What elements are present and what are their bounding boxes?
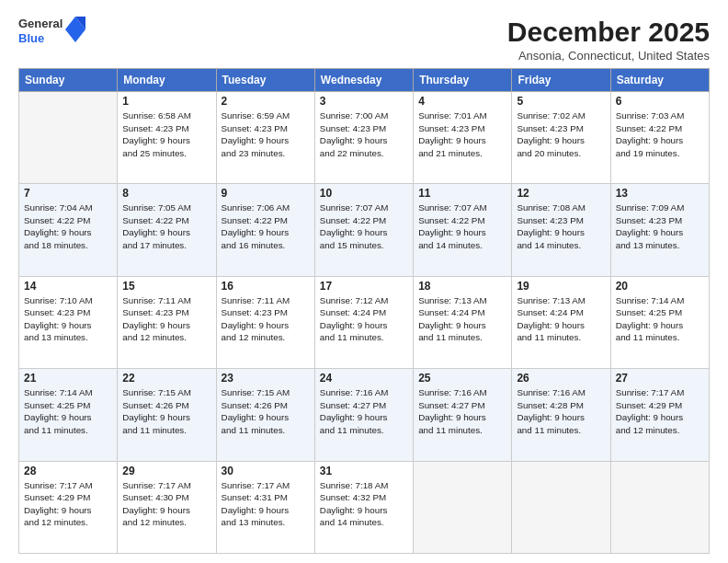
day-number: 6 (616, 95, 704, 108)
day-info: Sunrise: 7:14 AM Sunset: 4:25 PM Dayligh… (616, 294, 704, 344)
weekday-header-saturday: Saturday (610, 69, 709, 92)
day-info: Sunrise: 7:14 AM Sunset: 4:25 PM Dayligh… (24, 386, 112, 436)
day-number: 2 (222, 95, 310, 108)
day-number: 9 (222, 187, 310, 200)
calendar-cell: 26Sunrise: 7:16 AM Sunset: 4:28 PM Dayli… (512, 369, 610, 461)
calendar-cell: 15Sunrise: 7:11 AM Sunset: 4:23 PM Dayli… (118, 276, 216, 368)
day-info: Sunrise: 7:17 AM Sunset: 4:31 PM Dayligh… (222, 479, 310, 529)
calendar-cell (610, 461, 709, 553)
day-info: Sunrise: 7:06 AM Sunset: 4:22 PM Dayligh… (222, 201, 310, 251)
week-row-2: 7Sunrise: 7:04 AM Sunset: 4:22 PM Daylig… (19, 184, 710, 276)
day-number: 18 (418, 280, 506, 293)
day-info: Sunrise: 7:02 AM Sunset: 4:23 PM Dayligh… (517, 109, 605, 159)
week-row-5: 28Sunrise: 7:17 AM Sunset: 4:29 PM Dayli… (19, 461, 710, 553)
day-number: 10 (320, 187, 408, 200)
calendar: SundayMondayTuesdayWednesdayThursdayFrid… (18, 68, 710, 554)
day-info: Sunrise: 7:18 AM Sunset: 4:32 PM Dayligh… (320, 479, 408, 529)
day-number: 23 (222, 372, 310, 385)
calendar-cell: 19Sunrise: 7:13 AM Sunset: 4:24 PM Dayli… (512, 276, 610, 368)
day-number: 12 (517, 187, 605, 200)
day-info: Sunrise: 7:16 AM Sunset: 4:27 PM Dayligh… (418, 386, 506, 436)
calendar-cell: 28Sunrise: 7:17 AM Sunset: 4:29 PM Dayli… (19, 461, 118, 553)
day-number: 7 (24, 187, 112, 200)
day-number: 21 (24, 372, 112, 385)
calendar-cell: 11Sunrise: 7:07 AM Sunset: 4:22 PM Dayli… (414, 184, 512, 276)
week-row-3: 14Sunrise: 7:10 AM Sunset: 4:23 PM Dayli… (19, 276, 710, 368)
day-info: Sunrise: 7:17 AM Sunset: 4:29 PM Dayligh… (616, 386, 704, 436)
calendar-cell: 17Sunrise: 7:12 AM Sunset: 4:24 PM Dayli… (314, 276, 413, 368)
day-number: 26 (517, 372, 605, 385)
logo-icon (65, 17, 85, 42)
day-number: 28 (24, 465, 112, 477)
calendar-cell: 25Sunrise: 7:16 AM Sunset: 4:27 PM Dayli… (414, 369, 512, 461)
subtitle: Ansonia, Connecticut, United States (507, 49, 710, 63)
day-info: Sunrise: 7:11 AM Sunset: 4:23 PM Dayligh… (222, 294, 310, 344)
day-info: Sunrise: 7:16 AM Sunset: 4:28 PM Dayligh… (517, 386, 605, 436)
calendar-cell: 4Sunrise: 7:01 AM Sunset: 4:23 PM Daylig… (414, 92, 512, 184)
day-info: Sunrise: 7:12 AM Sunset: 4:24 PM Dayligh… (320, 294, 408, 344)
day-number: 31 (320, 465, 408, 477)
day-info: Sunrise: 7:01 AM Sunset: 4:23 PM Dayligh… (418, 109, 506, 159)
day-number: 1 (122, 95, 210, 108)
logo: General Blue (18, 17, 85, 45)
weekday-header-tuesday: Tuesday (216, 69, 314, 92)
day-info: Sunrise: 7:03 AM Sunset: 4:22 PM Dayligh… (616, 109, 704, 159)
week-row-4: 21Sunrise: 7:14 AM Sunset: 4:25 PM Dayli… (19, 369, 710, 461)
page: General Blue December 2025 Ansonia, Conn… (0, 0, 728, 563)
calendar-cell: 2Sunrise: 6:59 AM Sunset: 4:23 PM Daylig… (216, 92, 314, 184)
day-number: 11 (418, 187, 506, 200)
day-info: Sunrise: 6:58 AM Sunset: 4:23 PM Dayligh… (122, 109, 210, 159)
calendar-cell: 12Sunrise: 7:08 AM Sunset: 4:23 PM Dayli… (512, 184, 610, 276)
calendar-cell: 5Sunrise: 7:02 AM Sunset: 4:23 PM Daylig… (512, 92, 610, 184)
day-info: Sunrise: 7:11 AM Sunset: 4:23 PM Dayligh… (122, 294, 210, 344)
day-number: 17 (320, 280, 408, 293)
weekday-header-monday: Monday (118, 69, 216, 92)
calendar-cell (414, 461, 512, 553)
day-info: Sunrise: 7:15 AM Sunset: 4:26 PM Dayligh… (122, 386, 210, 436)
day-info: Sunrise: 7:07 AM Sunset: 4:22 PM Dayligh… (418, 201, 506, 251)
day-number: 25 (418, 372, 506, 385)
calendar-cell: 18Sunrise: 7:13 AM Sunset: 4:24 PM Dayli… (414, 276, 512, 368)
day-number: 19 (517, 280, 605, 293)
day-info: Sunrise: 7:09 AM Sunset: 4:23 PM Dayligh… (616, 201, 704, 251)
calendar-cell (19, 92, 118, 184)
main-title: December 2025 (507, 17, 710, 47)
weekday-header-wednesday: Wednesday (314, 69, 413, 92)
day-info: Sunrise: 7:13 AM Sunset: 4:24 PM Dayligh… (517, 294, 605, 344)
day-info: Sunrise: 7:04 AM Sunset: 4:22 PM Dayligh… (24, 201, 112, 251)
day-number: 20 (616, 280, 704, 293)
day-info: Sunrise: 7:08 AM Sunset: 4:23 PM Dayligh… (517, 201, 605, 251)
weekday-header-row: SundayMondayTuesdayWednesdayThursdayFrid… (19, 69, 710, 92)
day-info: Sunrise: 7:13 AM Sunset: 4:24 PM Dayligh… (418, 294, 506, 344)
calendar-cell: 27Sunrise: 7:17 AM Sunset: 4:29 PM Dayli… (610, 369, 709, 461)
calendar-cell (512, 461, 610, 553)
day-number: 24 (320, 372, 408, 385)
calendar-cell: 24Sunrise: 7:16 AM Sunset: 4:27 PM Dayli… (314, 369, 413, 461)
day-number: 30 (222, 465, 310, 477)
day-number: 14 (24, 280, 112, 293)
day-number: 27 (616, 372, 704, 385)
week-row-1: 1Sunrise: 6:58 AM Sunset: 4:23 PM Daylig… (19, 92, 710, 184)
day-number: 4 (418, 95, 506, 108)
day-info: Sunrise: 7:00 AM Sunset: 4:23 PM Dayligh… (320, 109, 408, 159)
day-number: 13 (616, 187, 704, 200)
day-info: Sunrise: 7:15 AM Sunset: 4:26 PM Dayligh… (222, 386, 310, 436)
day-number: 29 (122, 465, 210, 477)
day-number: 3 (320, 95, 408, 108)
day-number: 5 (517, 95, 605, 108)
calendar-cell: 14Sunrise: 7:10 AM Sunset: 4:23 PM Dayli… (19, 276, 118, 368)
calendar-cell: 22Sunrise: 7:15 AM Sunset: 4:26 PM Dayli… (118, 369, 216, 461)
day-info: Sunrise: 6:59 AM Sunset: 4:23 PM Dayligh… (222, 109, 310, 159)
title-block: December 2025 Ansonia, Connecticut, Unit… (507, 17, 710, 63)
day-number: 15 (122, 280, 210, 293)
weekday-header-friday: Friday (512, 69, 610, 92)
day-info: Sunrise: 7:16 AM Sunset: 4:27 PM Dayligh… (320, 386, 408, 436)
calendar-cell: 8Sunrise: 7:05 AM Sunset: 4:22 PM Daylig… (118, 184, 216, 276)
day-info: Sunrise: 7:17 AM Sunset: 4:30 PM Dayligh… (122, 479, 210, 529)
logo-text: General Blue (18, 17, 63, 45)
calendar-cell: 21Sunrise: 7:14 AM Sunset: 4:25 PM Dayli… (19, 369, 118, 461)
calendar-cell: 20Sunrise: 7:14 AM Sunset: 4:25 PM Dayli… (610, 276, 709, 368)
weekday-header-thursday: Thursday (414, 69, 512, 92)
calendar-cell: 16Sunrise: 7:11 AM Sunset: 4:23 PM Dayli… (216, 276, 314, 368)
calendar-cell: 29Sunrise: 7:17 AM Sunset: 4:30 PM Dayli… (118, 461, 216, 553)
